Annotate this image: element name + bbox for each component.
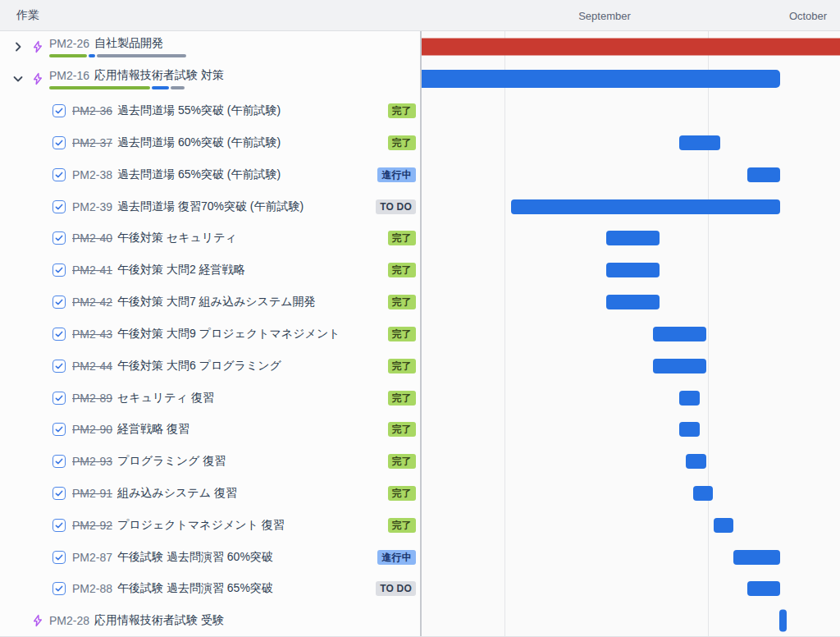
task-title: 午後対策 大問2 経営戦略 (117, 263, 245, 277)
gantt-bar-pm2-92[interactable] (714, 518, 733, 533)
epic-progress-bar (49, 86, 224, 89)
timeline-row-pm2-44 (422, 350, 840, 382)
task-checkbox-icon[interactable] (52, 455, 66, 468)
gantt-bar-pm2-41[interactable] (606, 263, 660, 277)
task-title: プロジェクトマネジメント 復習 (117, 518, 285, 533)
task-checkbox-icon[interactable] (52, 487, 66, 500)
epic-progress-blue (89, 54, 95, 57)
task-row-pm2-89[interactable]: PM2-89セキュリティ 復習完了 (0, 382, 420, 414)
task-title: プログラミング 復習 (117, 454, 226, 469)
timeline-months: SeptemberOctober (420, 0, 840, 31)
task-checkbox-icon[interactable] (52, 328, 66, 341)
task-id: PM2-93 (72, 455, 112, 468)
task-checkbox-icon[interactable] (52, 519, 66, 532)
gantt-bar-pm2-37[interactable] (679, 135, 720, 150)
timeline-row-pm2-38 (422, 158, 840, 190)
chevron-right-icon[interactable] (11, 40, 25, 53)
month-label-september: September (578, 0, 631, 31)
task-row-pm2-36[interactable]: PM2-36過去問道場 55%突破 (午前試験)完了 (0, 95, 420, 127)
task-row-pm2-38[interactable]: PM2-38過去問道場 65%突破 (午前試験)進行中 (0, 158, 420, 190)
epic-progress-green (49, 54, 87, 57)
epic-progress-bar (49, 54, 186, 57)
task-row-pm2-39[interactable]: PM2-39過去問道場 復習70%突破 (午前試験)TO DO (0, 190, 420, 222)
timeline-row-pm2-42 (422, 286, 840, 318)
tasks-column-header: 作業 (16, 0, 39, 31)
task-checkbox-icon[interactable] (52, 423, 66, 436)
task-row-pm2-93[interactable]: PM2-93プログラミング 復習完了 (0, 446, 420, 478)
task-checkbox-icon[interactable] (52, 264, 66, 277)
task-id: PM2-43 (72, 328, 112, 341)
gantt-bar-pm2-39[interactable] (511, 199, 780, 214)
task-row-pm2-16[interactable]: PM2-16応用情報技術者試験 対策 (0, 63, 420, 95)
timeline-row-pm2-39 (422, 190, 840, 222)
status-badge-done: 完了 (388, 263, 416, 277)
task-id: PM2-41 (72, 264, 112, 277)
task-row-pm2-90[interactable]: PM2-90経営戦略 復習完了 (0, 414, 420, 446)
gantt-bar-pm2-91[interactable] (693, 486, 713, 501)
task-id: PM2-89 (72, 392, 112, 405)
status-badge-inprogress: 進行中 (377, 167, 416, 182)
task-checkbox-icon[interactable] (52, 231, 66, 245)
task-id: PM2-28 (49, 614, 89, 627)
task-row-pm2-41[interactable]: PM2-41午後対策 大問2 経営戦略完了 (0, 254, 420, 286)
epic-progress-gray (97, 54, 186, 57)
task-row-pm2-28[interactable]: PM2-28応用情報技術者試験 受験 (0, 605, 420, 637)
gantt-bar-pm2-88[interactable] (747, 581, 780, 596)
timeline-row-pm2-36 (422, 95, 840, 127)
task-id: PM2-16 (49, 69, 89, 82)
task-title: 組み込みシステム 復習 (117, 486, 237, 501)
task-checkbox-icon[interactable] (52, 200, 66, 213)
task-row-pm2-42[interactable]: PM2-42午後対策 大問7 組み込みシステム開発完了 (0, 286, 420, 318)
task-title: 過去問道場 65%突破 (午前試験) (117, 167, 281, 182)
timeline-row-pm2-28 (422, 605, 840, 637)
task-row-pm2-43[interactable]: PM2-43午後対策 大問9 プロジェクトマネジメント完了 (0, 318, 420, 350)
task-checkbox-icon[interactable] (52, 392, 66, 405)
task-row-pm2-37[interactable]: PM2-37過去問道場 60%突破 (午前試験)完了 (0, 126, 420, 158)
gantt-bar-pm2-44[interactable] (653, 359, 706, 373)
gantt-bar-pm2-38[interactable] (747, 167, 780, 182)
task-id: PM2-42 (72, 296, 112, 309)
task-row-pm2-92[interactable]: PM2-92プロジェクトマネジメント 復習完了 (0, 509, 420, 541)
gantt-bar-pm2-40[interactable] (606, 231, 660, 245)
task-checkbox-icon[interactable] (52, 296, 66, 309)
task-checkbox-icon[interactable] (52, 551, 66, 564)
gantt-bar-pm2-26[interactable] (422, 39, 840, 56)
timeline-row-pm2-37 (422, 126, 840, 158)
task-title: 自社製品開発 (94, 36, 163, 51)
status-badge-todo: TO DO (376, 199, 416, 214)
gantt-bar-pm2-28[interactable] (779, 610, 787, 632)
task-row-pm2-40[interactable]: PM2-40午後対策 セキュリティ完了 (0, 222, 420, 254)
gantt-rows (422, 31, 840, 637)
gantt-bar-pm2-16[interactable] (422, 70, 780, 88)
task-title: 午後対策 大問9 プロジェクトマネジメント (117, 327, 340, 341)
task-checkbox-icon[interactable] (52, 104, 66, 117)
task-id: PM2-87 (72, 551, 112, 564)
task-id: PM2-44 (72, 360, 112, 373)
task-row-pm2-44[interactable]: PM2-44午後対策 大問6 プログラミング完了 (0, 350, 420, 382)
epic-progress-green (49, 86, 150, 89)
task-checkbox-icon[interactable] (52, 136, 66, 149)
gantt-bar-pm2-89[interactable] (679, 391, 700, 406)
status-badge-done: 完了 (388, 103, 416, 118)
task-row-pm2-26[interactable]: PM2-26自社製品開発 (0, 31, 420, 63)
status-badge-done: 完了 (388, 135, 416, 150)
task-title: 応用情報技術者試験 対策 (94, 68, 224, 83)
task-row-pm2-88[interactable]: PM2-88午後試験 過去問演習 65%突破TO DO (0, 573, 420, 605)
gantt-bar-pm2-87[interactable] (733, 550, 780, 565)
timeline-row-pm2-90 (422, 414, 840, 446)
task-checkbox-icon[interactable] (52, 360, 66, 373)
gantt-bar-pm2-42[interactable] (606, 295, 660, 309)
gantt-bar-pm2-90[interactable] (679, 422, 700, 437)
task-row-pm2-87[interactable]: PM2-87午後試験 過去問演習 60%突破進行中 (0, 541, 420, 573)
task-checkbox-icon[interactable] (52, 168, 66, 181)
status-badge-done: 完了 (388, 359, 416, 373)
task-checkbox-icon[interactable] (52, 582, 66, 595)
gantt-bar-pm2-93[interactable] (686, 454, 706, 469)
task-row-pm2-91[interactable]: PM2-91組み込みシステム 復習完了 (0, 478, 420, 510)
chevron-down-icon[interactable] (11, 72, 25, 85)
gantt-bar-pm2-43[interactable] (653, 327, 706, 341)
task-title: 過去問道場 復習70%突破 (午前試験) (117, 199, 304, 214)
status-badge-done: 完了 (388, 422, 416, 437)
status-badge-todo: TO DO (376, 581, 416, 596)
timeline-row-pm2-41 (422, 254, 840, 286)
